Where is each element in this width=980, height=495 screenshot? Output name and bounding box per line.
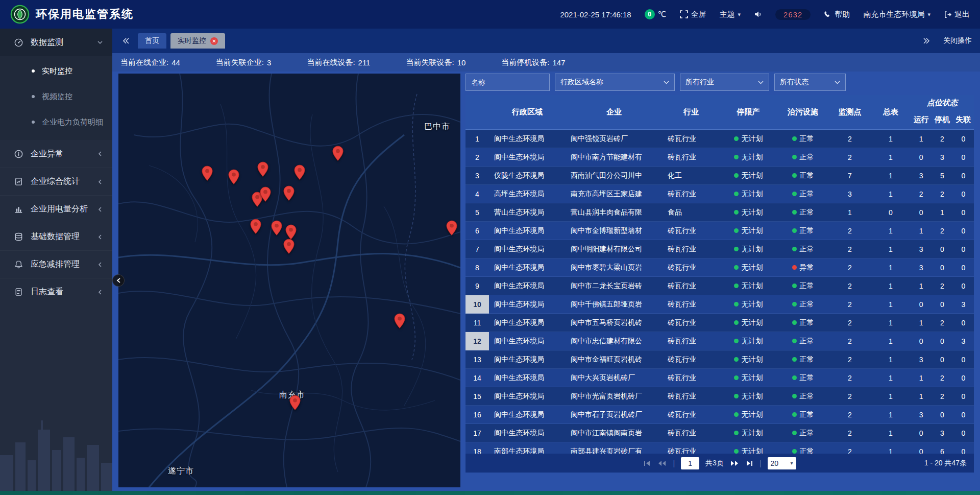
cell-stop: 0 — [932, 240, 952, 258]
cell-region: 阆中生态环境局 — [489, 387, 566, 406]
tab-scroll-left-button[interactable] — [119, 34, 133, 48]
page-input[interactable] — [681, 457, 699, 469]
region-select[interactable]: 行政区域名称 — [555, 74, 675, 91]
table-row[interactable]: 8 阆中生态环境局 阆中市枣碧大梁山页岩 砖瓦行业 无计划 异常 2 1 3 0… — [465, 258, 974, 277]
cell-facility: 正常 — [777, 406, 829, 424]
cell-offline: 0 — [953, 406, 974, 424]
table-row[interactable]: 4 高坪生态环境局 南充市高坪区王家店建 砖瓦行业 无计划 正常 3 1 2 2… — [465, 185, 974, 203]
cell-stop: 0 — [932, 258, 952, 277]
cell-run: 0 — [911, 442, 932, 454]
status-dot — [792, 210, 797, 215]
status-dot — [734, 247, 739, 251]
sidebar-subitem-1[interactable]: 视频监控 — [0, 84, 112, 109]
prev-page-button[interactable] — [657, 460, 667, 466]
status-select[interactable]: 所有状态 — [774, 74, 846, 91]
tab-scroll-right-button[interactable] — [920, 34, 933, 48]
sidebar-item-3[interactable]: 企业用电量分析 — [0, 195, 112, 223]
table-row[interactable]: 1 阆中生态环境局 阆中强锐页岩砖厂 砖瓦行业 无计划 正常 2 1 1 2 0 — [465, 130, 974, 148]
status-dot — [792, 394, 797, 398]
map-canvas[interactable]: 巴中市南充市遂宁市 — [118, 74, 460, 487]
cell-region: 仪陇生态环境局 — [489, 167, 566, 185]
alert-icon — [13, 260, 23, 270]
table-row[interactable]: 17 阆中生态环境局 阆中市江南镇阆南页岩 砖瓦行业 无计划 正常 2 1 0 … — [465, 424, 974, 442]
row-index: 2 — [465, 148, 489, 167]
sidebar-item-4[interactable]: 基础数据管理 — [0, 223, 112, 250]
tab-0[interactable]: 首页 — [138, 33, 166, 49]
cell-points: 2 — [829, 148, 871, 167]
sidebar-subitem-0[interactable]: 实时监控 — [0, 58, 112, 84]
col-point-status-group: 点位状态 — [911, 95, 974, 110]
table-row[interactable]: 11 阆中生态环境局 阆中市五马桥页岩机砖 砖瓦行业 无计划 正常 2 1 1 … — [465, 314, 974, 332]
cell-offline: 0 — [953, 240, 974, 258]
page-size-select[interactable]: 20 ▾ — [768, 457, 796, 469]
tab-1[interactable]: 实时监控 ✕ — [170, 33, 225, 49]
cell-facility: 正常 — [777, 203, 829, 222]
sidebar-subitem-2[interactable]: 企业电力负荷明细 — [0, 109, 112, 135]
name-search-input[interactable] — [465, 74, 550, 91]
theme-dropdown[interactable]: 主题 ▾ — [720, 10, 741, 19]
cell-facility: 正常 — [777, 295, 829, 314]
sidebar-item-5[interactable]: 应急减排管理 — [0, 250, 112, 278]
help-button[interactable]: 帮助 — [824, 10, 850, 19]
map-pin[interactable] — [228, 169, 240, 187]
first-page-button[interactable] — [643, 460, 651, 466]
map-panel[interactable]: 巴中市南充市遂宁市 — [118, 74, 460, 487]
sidebar-item-6[interactable]: 日志查看 — [0, 278, 112, 305]
cell-meters: 1 — [871, 424, 911, 442]
cell-facility: 正常 — [777, 369, 829, 387]
map-pin[interactable] — [394, 313, 406, 331]
table-row[interactable]: 9 阆中生态环境局 阆中市二龙长宝页岩砖 砖瓦行业 无计划 正常 2 1 1 2… — [465, 277, 974, 295]
table-row[interactable]: 10 阆中生态环境局 阆中千佛镇五郎垭页岩 砖瓦行业 无计划 正常 2 1 0 … — [465, 295, 974, 314]
cell-limit: 无计划 — [720, 240, 777, 258]
map-pin[interactable] — [283, 185, 295, 203]
cell-company: 阆中市南方节能建材有 — [566, 148, 663, 167]
table-row[interactable]: 6 阆中生态环境局 阆中市金博瑞新型墙材 砖瓦行业 无计划 正常 2 1 1 2… — [465, 222, 974, 240]
industry-select[interactable]: 所有行业 — [680, 74, 769, 91]
cell-run: 1 — [911, 387, 932, 406]
alarm-count-badge[interactable]: 2632 — [775, 9, 811, 20]
sound-button[interactable] — [754, 11, 762, 18]
table-row[interactable]: 15 阆中生态环境局 阆中市光富页岩机砖厂 砖瓦行业 无计划 正常 2 1 1 … — [465, 387, 974, 406]
status-dot — [734, 449, 739, 454]
map-pin[interactable] — [446, 220, 458, 238]
close-operations-button[interactable]: 关闭操作 — [943, 36, 972, 45]
cell-region: 阆中生态环境局 — [489, 350, 566, 369]
fullscreen-button[interactable]: 全屏 — [680, 10, 706, 19]
next-page-button[interactable] — [730, 460, 739, 466]
map-pin[interactable] — [332, 146, 344, 163]
table-row[interactable]: 18 南部生态环境局 南部县建兴页岩砖厂有 砖瓦行业 无计划 正常 2 1 0 … — [465, 442, 974, 454]
table-row[interactable]: 16 阆中生态环境局 阆中市石子页岩机砖厂 砖瓦行业 无计划 正常 2 1 3 … — [465, 406, 974, 424]
sidebar-item-0[interactable]: 数据监测 — [0, 29, 112, 56]
map-pin[interactable] — [294, 164, 306, 182]
total-pages-label: 共3页 — [705, 459, 724, 468]
cell-facility: 正常 — [777, 350, 829, 369]
row-index: 6 — [465, 222, 489, 240]
logout-button[interactable]: 退出 — [944, 10, 970, 19]
org-dropdown[interactable]: 南充市生态环境局 ▾ — [863, 10, 930, 19]
speaker-icon — [754, 11, 762, 18]
next-page-icon — [730, 460, 739, 466]
table-row[interactable]: 14 阆中生态环境局 阆中大兴页岩机砖厂 砖瓦行业 无计划 正常 2 1 1 2… — [465, 369, 974, 387]
table-row[interactable]: 12 阆中生态环境局 阆中市忠信建材有限公 砖瓦行业 无计划 正常 2 1 0 … — [465, 332, 974, 350]
map-pin[interactable] — [283, 239, 295, 256]
table-row[interactable]: 2 阆中生态环境局 阆中市南方节能建材有 砖瓦行业 无计划 正常 2 1 0 3… — [465, 148, 974, 167]
cell-limit: 无计划 — [720, 203, 777, 222]
cell-stop: 6 — [932, 442, 952, 454]
table-row[interactable]: 5 营山生态环境局 营山县润丰肉食品有限 食品 无计划 正常 1 0 0 1 0 — [465, 203, 974, 222]
sidebar-item-1[interactable]: 企业异常 — [0, 140, 112, 168]
table-row[interactable]: 3 仪陇生态环境局 西南油气田分公司川中 化工 无计划 正常 7 1 3 5 0 — [465, 167, 974, 185]
table-row[interactable]: 7 阆中生态环境局 阆中明阳建材有限公司 砖瓦行业 无计划 正常 2 1 3 0… — [465, 240, 974, 258]
map-pin[interactable] — [260, 186, 272, 204]
map-pin[interactable] — [257, 161, 268, 179]
status-dot — [734, 375, 739, 380]
map-pin[interactable] — [250, 219, 262, 237]
sidebar-item-2[interactable]: 企业综合统计 — [0, 168, 112, 195]
map-pin[interactable] — [202, 166, 213, 183]
map-pin[interactable] — [271, 220, 283, 238]
cell-facility: 正常 — [777, 130, 829, 148]
last-page-button[interactable] — [745, 460, 753, 466]
close-tab-icon[interactable]: ✕ — [210, 37, 218, 45]
map-pin[interactable] — [289, 395, 301, 413]
table-row[interactable]: 13 阆中生态环境局 阆中市金福旺页岩机砖 砖瓦行业 无计划 正常 2 1 3 … — [465, 350, 974, 369]
collapse-map-button[interactable] — [112, 274, 125, 287]
